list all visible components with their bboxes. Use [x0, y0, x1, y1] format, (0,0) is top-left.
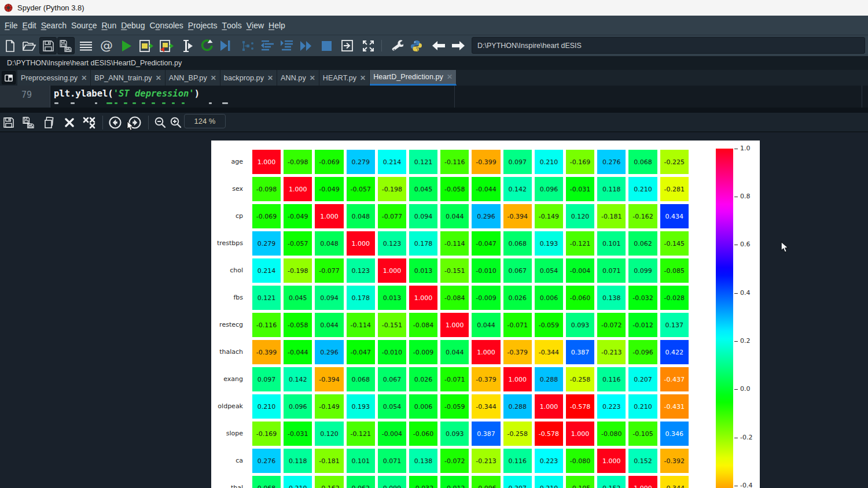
heatmap-cell: 0.296	[315, 340, 343, 364]
heatmap-cell: 1.000	[472, 340, 500, 364]
tab-ANN.py[interactable]: ANN.py✕	[277, 70, 319, 86]
menu-view[interactable]: View	[244, 16, 266, 35]
open-file-button[interactable]	[21, 37, 38, 54]
code-editor[interactable]: 79 plt.ylabel('ST depression')	[0, 86, 868, 108]
tab-HeartD_Prediction.py[interactable]: HeartD_Prediction.py✕	[370, 70, 457, 86]
heatmap-cell: 0.121	[252, 286, 281, 310]
heatmap-cell: -0.049	[315, 177, 343, 201]
forward-button[interactable]	[450, 37, 467, 54]
heatmap-cell: 0.062	[347, 476, 375, 488]
menu-help[interactable]: Help	[266, 16, 288, 35]
heatmap-cell: -0.080	[566, 449, 594, 473]
tab-backprop.py[interactable]: backprop.py✕	[220, 70, 277, 86]
plots-toolbar-separator	[102, 116, 103, 130]
heatmap-row-label: exang	[211, 375, 243, 383]
preferences-button[interactable]	[388, 37, 406, 54]
heatmap-cell: 0.193	[347, 394, 375, 419]
heatmap-cell: 0.120	[315, 422, 343, 446]
heatmap-cell: -0.058	[440, 177, 469, 201]
tab-close-icon[interactable]: ✕	[81, 75, 87, 82]
heatmap-cell: 0.093	[440, 422, 469, 446]
save-all-plots-button[interactable]	[20, 114, 36, 131]
new-file-button[interactable]	[1, 37, 19, 54]
run-selection-button[interactable]	[178, 37, 196, 54]
title-bar: Spyder (Python 3.8)	[0, 0, 868, 16]
menu-tools[interactable]: Tools	[219, 16, 244, 35]
stop-debug-button[interactable]	[318, 37, 335, 54]
rerun-cell-button[interactable]	[198, 37, 215, 54]
remove-plot-button[interactable]	[61, 114, 78, 131]
heatmap-cell: 0.434	[660, 204, 689, 228]
working-directory-field[interactable]: D:\PYTHON\Inspire\heart dESIS	[472, 37, 865, 54]
tab-ANN_BP.py[interactable]: ANN_BP.py✕	[165, 70, 220, 86]
python-path-manager-button[interactable]	[407, 37, 425, 54]
back-button[interactable]	[430, 37, 447, 54]
heatmap-cell: 0.013	[409, 258, 437, 283]
heatmap-cell: -0.044	[284, 340, 312, 364]
menu-projects[interactable]: Projects	[186, 16, 220, 35]
code-suffix: )	[194, 88, 200, 99]
menu-search[interactable]: Search	[39, 16, 69, 35]
menu-file[interactable]: File	[2, 16, 20, 35]
heatmap-cell: -0.213	[472, 449, 500, 473]
heatmap-cell: -0.198	[284, 258, 312, 283]
tab-close-icon[interactable]: ✕	[156, 75, 161, 82]
menu-edit[interactable]: Edit	[20, 16, 39, 35]
step-over-button[interactable]	[259, 37, 276, 54]
tab-HEART.py[interactable]: HEART.py✕	[319, 70, 370, 86]
symbol-finder-button[interactable]: @	[98, 37, 115, 54]
heatmap-cell: 1.000	[597, 449, 626, 473]
heatmap-figure[interactable]: age1.000-0.098-0.0690.2790.2140.121-0.11…	[211, 141, 760, 488]
tab-close-icon[interactable]: ✕	[211, 75, 216, 82]
heatmap-cell: 0.138	[597, 286, 626, 310]
heatmap-cell: -0.281	[660, 177, 689, 201]
tab-Preprocessing.py[interactable]: Preprocessing.py✕	[17, 70, 91, 86]
zoom-out-button[interactable]	[152, 114, 168, 131]
copy-plot-button[interactable]	[41, 114, 57, 131]
heatmap-cell: -0.080	[597, 422, 626, 446]
save-plot-button[interactable]	[1, 114, 17, 131]
maximize-pane-button[interactable]	[339, 37, 356, 54]
mouse-cursor	[781, 241, 789, 253]
browse-tabs-button[interactable]	[2, 71, 16, 84]
heatmap-cell: -0.344	[660, 476, 689, 488]
heatmap-cell: 0.071	[597, 258, 626, 283]
heatmap-cell: 0.138	[409, 449, 437, 473]
step-into-button[interactable]	[278, 37, 295, 54]
colorbar-tick-label: 0.0	[740, 385, 751, 393]
run-cell-button[interactable]	[138, 37, 155, 54]
debug-cell-button[interactable]	[239, 37, 256, 54]
heatmap-cell: 0.096	[284, 394, 312, 419]
run-cell-advance-button[interactable]	[158, 37, 175, 54]
run-file-button[interactable]	[117, 37, 135, 54]
heatmap-cell: 0.045	[409, 177, 437, 201]
menu-debug[interactable]: Debug	[119, 16, 147, 35]
tab-close-icon[interactable]: ✕	[360, 75, 366, 82]
tab-close-icon[interactable]: ✕	[267, 75, 273, 82]
heatmap-cell: 0.118	[597, 177, 626, 201]
fullscreen-button[interactable]	[359, 37, 377, 54]
menu-run[interactable]: Run	[99, 16, 119, 35]
menu-source[interactable]: Source	[69, 16, 99, 35]
tab-close-icon[interactable]: ✕	[310, 75, 315, 82]
continue-execution-button[interactable]	[297, 37, 314, 54]
remove-all-plots-button[interactable]	[81, 114, 97, 131]
tab-close-icon[interactable]: ✕	[447, 73, 453, 80]
heatmap-cell: 0.193	[535, 231, 563, 256]
file-switcher-button[interactable]	[77, 37, 94, 54]
heatmap-cell: 0.026	[503, 286, 532, 310]
heatmap-cell: 0.062	[628, 231, 657, 256]
save-file-button[interactable]	[39, 37, 57, 54]
heatmap-cell: 0.048	[347, 204, 375, 228]
heatmap-cell: -0.116	[440, 150, 469, 174]
pane-splitter[interactable]	[0, 108, 868, 113]
heatmap-cell: 1.000	[440, 313, 469, 337]
menu-consoles[interactable]: Consoles	[147, 16, 185, 35]
save-all-button[interactable]	[57, 37, 75, 54]
debug-file-button[interactable]	[216, 37, 234, 54]
colorbar-tick	[734, 197, 738, 197]
tab-BP_ANN_train.py[interactable]: BP_ANN_train.py✕	[91, 70, 165, 86]
previous-plot-button[interactable]	[107, 114, 123, 131]
zoom-in-button[interactable]	[168, 114, 184, 131]
heatmap-cell: -0.399	[252, 340, 281, 364]
